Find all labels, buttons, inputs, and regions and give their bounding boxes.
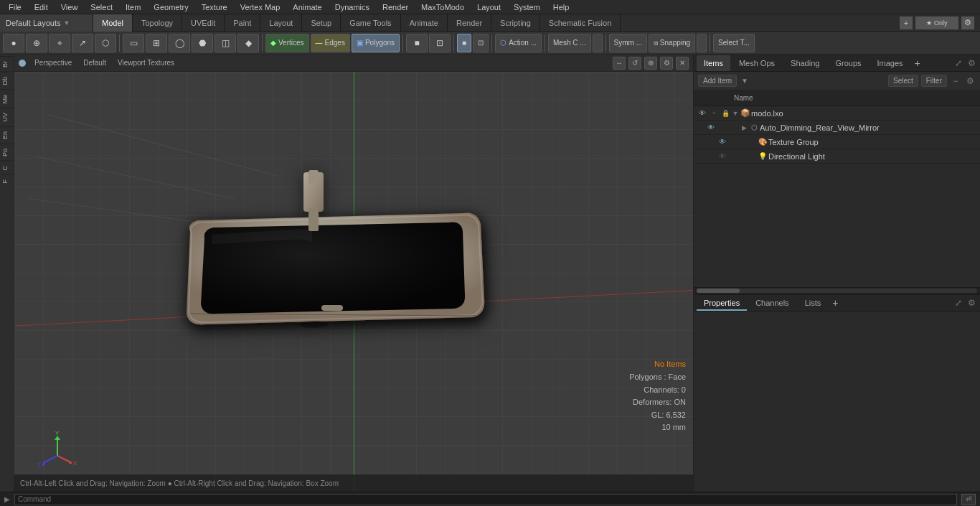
lock-icon-0[interactable]: 🔒 [720, 108, 731, 119]
toolbar-pent-btn[interactable]: ◆ [237, 34, 259, 52]
add-icon-0[interactable]: + [708, 108, 720, 119]
lock-icon-1[interactable] [728, 122, 740, 133]
panel-scrollbar[interactable] [694, 287, 980, 294]
panel-tab-add-btn[interactable]: + [912, 57, 923, 69]
sidebar-tab-uv[interactable]: UV [0, 108, 14, 126]
layout-settings-btn[interactable]: ⚙ [961, 17, 974, 29]
panel-scroll-thumb[interactable] [697, 289, 740, 293]
menu-dynamics[interactable]: Dynamics [329, 0, 375, 14]
props-tab-channels[interactable]: Channels [748, 295, 796, 311]
add-icon-3[interactable] [728, 151, 740, 162]
props-settings-icon[interactable]: ⚙ [966, 297, 977, 309]
sidebar-tab-f[interactable]: F [0, 174, 14, 188]
tab-paint[interactable]: Paint [225, 14, 260, 32]
expand-1[interactable]: ▶ [740, 123, 748, 132]
viewport-canvas[interactable]: No Items Polygons : Face Channels: 0 Def… [14, 72, 693, 492]
sidebar-tab-c[interactable]: C [0, 161, 14, 175]
menu-view[interactable]: View [55, 0, 84, 14]
tree-row-0[interactable]: 👁 + 🔒 ▼ 📦 modo.lxo [694, 106, 980, 121]
panel-tab-images[interactable]: Images [870, 55, 910, 71]
sidebar-tab-db[interactable]: Db [0, 72, 14, 90]
items-filter-btn[interactable]: Filter [921, 75, 947, 87]
tree-row-3[interactable]: 👁 💡 Directional Light [694, 149, 980, 164]
toolbar-symm-btn[interactable]: Mesh C ... [548, 34, 591, 52]
toolbar-solid-btn[interactable]: ■ [406, 34, 428, 52]
layout-dropdown[interactable]: Default Layouts ▼ [0, 14, 93, 32]
vp-icon-2[interactable]: ↺ [628, 57, 641, 70]
menu-animate[interactable]: Animate [287, 0, 327, 14]
eye-icon-2[interactable]: 👁 [717, 136, 728, 148]
panel-settings-icon[interactable]: ⚙ [966, 57, 977, 69]
vp-icon-5[interactable]: ✕ [676, 57, 689, 70]
toolbar-select-arrow-btn[interactable]: ↗ [72, 34, 93, 52]
items-select-btn[interactable]: Select [888, 75, 918, 87]
toolbar-circle-btn[interactable]: ⊕ [26, 34, 47, 52]
sidebar-tab-en[interactable]: En [0, 126, 14, 144]
tab-model[interactable]: Model [93, 14, 133, 32]
sidebar-tab-me[interactable]: Me [0, 90, 14, 108]
menu-item[interactable]: Item [120, 0, 146, 14]
toolbar-rect-btn[interactable]: ▭ [123, 34, 144, 52]
tab-topology[interactable]: Topology [133, 14, 182, 32]
menu-system[interactable]: System [508, 0, 546, 14]
tree-row-2[interactable]: 👁 🎨 Texture Group [694, 135, 980, 149]
toolbar-selecti-btn[interactable] [697, 34, 707, 52]
menu-layout[interactable]: Layout [471, 0, 507, 14]
toolbar-action-btn[interactable]: ■ [457, 34, 471, 52]
texture-label[interactable]: Viewport Textures [115, 59, 177, 67]
add-layout-btn[interactable]: + [900, 17, 913, 29]
menu-render[interactable]: Render [377, 0, 414, 14]
tab-render[interactable]: Render [448, 14, 491, 32]
panel-tab-mesh-ops[interactable]: Mesh Ops [732, 55, 782, 71]
panel-tab-groups[interactable]: Groups [828, 55, 868, 71]
tab-uvedit[interactable]: UVEdit [182, 14, 225, 32]
add-item-btn[interactable]: Add Item [698, 75, 737, 87]
menu-maxtomodo[interactable]: MaxToModo [415, 0, 470, 14]
tab-setup[interactable]: Setup [302, 14, 341, 32]
eye-icon-3[interactable]: 👁 [717, 151, 728, 162]
tab-scripting[interactable]: Scripting [491, 14, 540, 32]
toolbar-circle2-btn[interactable]: ◯ [169, 34, 190, 52]
toolbar-work-pl-btn[interactable]: ⧆ Snapping [649, 34, 695, 52]
vp-icon-3[interactable]: ⊕ [644, 57, 657, 70]
props-expand-icon[interactable]: ⤢ [953, 297, 964, 309]
eye-icon-1[interactable]: 👁 [705, 122, 717, 133]
toolbar-edges-btn[interactable]: — Edges [311, 34, 350, 52]
star-only-btn[interactable]: ★ Only [915, 17, 958, 29]
toolbar-dot-btn[interactable]: ● [3, 34, 24, 52]
menu-select[interactable]: Select [85, 0, 118, 14]
vp-icon-1[interactable]: ↔ [613, 57, 626, 70]
items-tree[interactable]: 👁 + 🔒 ▼ 📦 modo.lxo 👁 ▶ ⬡ Auto_Dimming_Re… [694, 106, 980, 287]
cmd-input[interactable] [14, 494, 957, 505]
sidebar-tab-br[interactable]: Br [0, 56, 14, 72]
toolbar-kits-btn[interactable]: Select T... [713, 34, 755, 52]
tree-row-1[interactable]: 👁 ▶ ⬡ Auto_Dimming_Rear_View_Mirror [694, 121, 980, 135]
props-tab-add[interactable]: + [829, 297, 841, 309]
tab-layout[interactable]: Layout [260, 14, 302, 32]
tab-animate[interactable]: Animate [401, 14, 448, 32]
props-tab-lists[interactable]: Lists [798, 295, 829, 311]
menu-texture[interactable]: Texture [196, 0, 233, 14]
panel-tab-items[interactable]: Items [697, 55, 730, 71]
toolbar-polygons-btn[interactable]: ▣ Polygons [352, 34, 400, 52]
tab-game-tools[interactable]: Game Tools [341, 14, 401, 32]
toolbar-snapping-btn[interactable] [593, 34, 603, 52]
expand-2[interactable] [751, 138, 757, 146]
toolbar-select-t-btn[interactable]: Symm ... [609, 34, 647, 52]
props-tab-properties[interactable]: Properties [697, 295, 747, 311]
menu-edit[interactable]: Edit [29, 0, 54, 14]
items-minus-icon[interactable]: − [950, 75, 961, 87]
items-settings-icon[interactable]: ⚙ [964, 75, 976, 87]
menu-vertex-map[interactable]: Vertex Map [235, 0, 286, 14]
toolbar-hex2-btn[interactable]: ⬣ [192, 34, 213, 52]
lock-icon-3[interactable] [740, 151, 751, 162]
toolbar-vertices-btn[interactable]: ◆ Vertices [265, 34, 309, 52]
add-icon-2[interactable] [728, 136, 740, 148]
menu-geometry[interactable]: Geometry [148, 0, 194, 14]
tab-schematic-fusion[interactable]: Schematic Fusion [540, 14, 621, 32]
toolbar-mesh-c-btn[interactable]: ⬡ Action ... [495, 34, 542, 52]
add-icon-1[interactable] [717, 122, 728, 133]
lock-icon-2[interactable] [740, 136, 751, 148]
toolbar-falloff-btn[interactable]: ⊡ [473, 34, 489, 52]
menu-file[interactable]: File [3, 0, 27, 14]
